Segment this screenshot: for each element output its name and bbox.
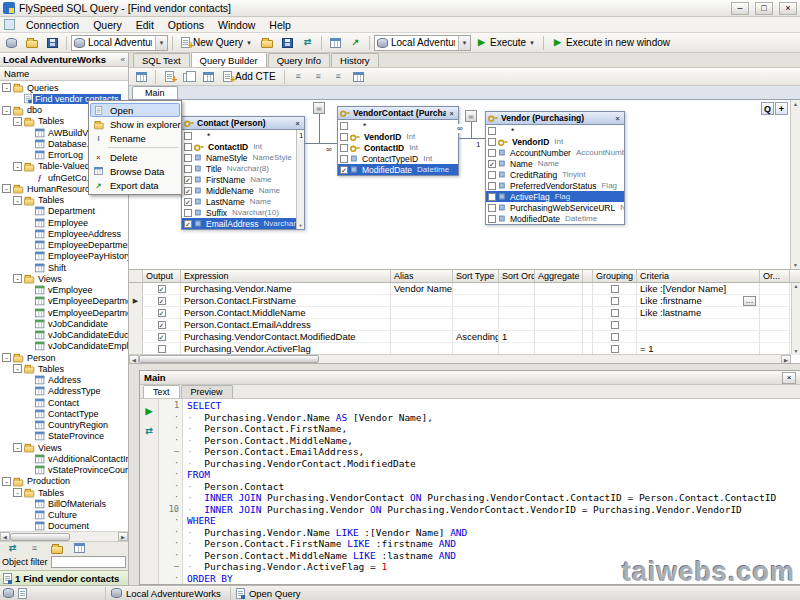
menu-help[interactable]: Help <box>262 18 298 32</box>
grouping-checkbox[interactable] <box>611 333 619 341</box>
expression-cell[interactable]: Purchasing.Vendor.Name <box>181 283 391 294</box>
output-cell[interactable]: ✓ <box>143 283 181 294</box>
tree-item[interactable]: vJobCandidateEducation <box>0 330 128 341</box>
new-query-button[interactable]: New Query▼ <box>177 34 256 51</box>
row-selector[interactable] <box>129 307 143 318</box>
grid-vscrollbar[interactable]: ▲ ▼ <box>791 283 800 354</box>
grouping-cell[interactable] <box>593 319 637 330</box>
new-query-button-dropdown-icon[interactable]: ▼ <box>246 40 252 46</box>
diagram-field[interactable]: SuffixNvarchar(10) <box>182 207 304 218</box>
tree-item[interactable]: -Production <box>0 476 128 487</box>
connection-combo-dropdown-icon[interactable]: ▼ <box>155 36 167 50</box>
diagram-field[interactable]: ✓MiddleNameName <box>182 185 304 196</box>
column-header-sort-type[interactable]: Sort Type <box>453 270 499 282</box>
tree-item[interactable]: Department <box>0 206 128 217</box>
diagram-field[interactable]: ✓NameName <box>486 158 624 169</box>
diagram-table[interactable]: Vendor (Purchasing)×*VendorIDIntAccountN… <box>485 111 625 225</box>
alias-cell[interactable] <box>391 307 453 318</box>
output-cell[interactable] <box>143 343 181 354</box>
new-connection-button[interactable] <box>2 34 21 51</box>
save-connection-button[interactable] <box>43 34 62 51</box>
sort-type-cell[interactable] <box>453 343 499 354</box>
aggregate-cell[interactable] <box>535 307 583 318</box>
or-cell[interactable] <box>760 307 790 318</box>
tab-query-builder[interactable]: Query Builder <box>191 52 267 67</box>
aggregate-cell[interactable] <box>535 295 583 306</box>
diagram-field[interactable]: ✓EmailAddressNvarchar(50) <box>182 218 304 229</box>
output-checkbox[interactable]: ✓ <box>158 285 166 293</box>
field-checkbox[interactable] <box>488 149 496 157</box>
diagram-table-header[interactable]: VendorContact (Purchasi...× <box>338 107 458 120</box>
close-button[interactable]: × <box>779 2 797 15</box>
output-checkbox[interactable]: ✓ <box>158 321 166 329</box>
scroll-up-icon[interactable]: ▲ <box>793 101 798 107</box>
diagram-field[interactable]: NameStyleNameStyle <box>182 152 304 163</box>
menu-window[interactable]: Window <box>211 18 262 32</box>
field-checkbox[interactable]: ✓ <box>184 176 192 184</box>
output-cell[interactable]: ✓ <box>143 331 181 342</box>
context-menu-open[interactable]: Open <box>90 103 180 117</box>
close-panel-icon[interactable]: × <box>782 372 796 384</box>
tree-item[interactable]: -Tables <box>0 487 128 498</box>
join-operator[interactable]: ∞ <box>313 102 325 114</box>
field-checkbox[interactable] <box>184 143 192 151</box>
open-query-button[interactable] <box>257 34 277 51</box>
query-connection-combo[interactable]: Local AdventureW...▼ <box>374 35 471 51</box>
criteria-cell[interactable] <box>637 319 760 330</box>
layout-button[interactable]: ≡ <box>289 68 308 85</box>
menu-options[interactable]: Options <box>161 18 211 32</box>
field-checkbox[interactable] <box>488 182 496 190</box>
grid-row[interactable]: ✓Person.Contact.MiddleNameLike :lastname <box>129 307 800 319</box>
grouping-checkbox[interactable] <box>611 309 619 317</box>
sort-type-cell[interactable] <box>453 283 499 294</box>
menu-connection[interactable]: Connection <box>19 18 86 32</box>
name-column-header[interactable]: Name <box>0 67 128 81</box>
canvas-add-button[interactable]: + <box>775 102 788 115</box>
field-checkbox[interactable]: ✓ <box>340 166 348 174</box>
expander-icon[interactable]: - <box>13 196 22 205</box>
blank-cell[interactable] <box>583 283 593 294</box>
menu-edit[interactable]: Edit <box>129 18 161 32</box>
column-header-blank[interactable] <box>583 270 593 282</box>
column-header-expression[interactable]: Expression <box>181 270 391 282</box>
diagram-field[interactable]: ContactTypeIDInt <box>338 153 458 164</box>
join-line[interactable] <box>305 143 337 144</box>
tree-item[interactable]: vJobCandidateEmployment <box>0 341 128 352</box>
canvas-search-button[interactable]: Q <box>761 102 774 115</box>
row-selector[interactable] <box>129 283 143 294</box>
field-checkbox[interactable]: ✓ <box>184 220 192 228</box>
aggregate-cell[interactable] <box>535 319 583 330</box>
or-cell[interactable] <box>760 319 790 330</box>
run-query-icon[interactable]: ▶ <box>142 404 157 418</box>
sql-code-area[interactable]: SELECT· Purchasing.Vendor.Name AS [Vendo… <box>183 399 800 584</box>
grouping-checkbox[interactable] <box>611 297 619 305</box>
output-checkbox[interactable]: ✓ <box>158 297 166 305</box>
field-checkbox[interactable] <box>488 204 496 212</box>
column-header-criteria[interactable]: Criteria <box>637 270 760 282</box>
aggregate-cell[interactable] <box>535 343 583 354</box>
tab-query-info[interactable]: Query Info <box>268 53 330 67</box>
grid-row[interactable]: ✓Person.Contact.EmailAddress <box>129 319 800 331</box>
tree-item[interactable]: CountryRegion <box>0 420 128 431</box>
blank-cell[interactable] <box>583 331 593 342</box>
row-selector[interactable]: ▶ <box>129 295 143 306</box>
context-menu-rename[interactable]: IRename <box>90 131 180 145</box>
tree-item[interactable]: EmployeeAddress <box>0 228 128 239</box>
tree-item[interactable]: Document <box>0 521 128 531</box>
row-selector[interactable] <box>129 343 143 354</box>
row-selector[interactable] <box>129 319 143 330</box>
sort-type-cell[interactable] <box>453 295 499 306</box>
refresh-button[interactable]: ⇄ <box>298 34 317 51</box>
output-cell[interactable]: ✓ <box>143 307 181 318</box>
grouping-cell[interactable] <box>593 331 637 342</box>
diagram-canvas[interactable]: ▲ ▼ Q + Contact (Person)×*ContactIDIntNa… <box>129 100 800 270</box>
query-diagram-button[interactable] <box>132 68 151 85</box>
expander-icon[interactable]: - <box>13 162 22 171</box>
expander-icon[interactable]: - <box>13 488 22 497</box>
context-menu-delete[interactable]: ×Delete <box>90 150 180 164</box>
field-checkbox[interactable] <box>184 154 192 162</box>
criteria-cell[interactable]: = 1 <box>637 343 760 354</box>
add-union-button[interactable] <box>199 68 218 85</box>
maximize-button[interactable]: □ <box>755 2 773 15</box>
diagram-field[interactable]: ✓ModifiedDateDatetime <box>338 164 458 175</box>
